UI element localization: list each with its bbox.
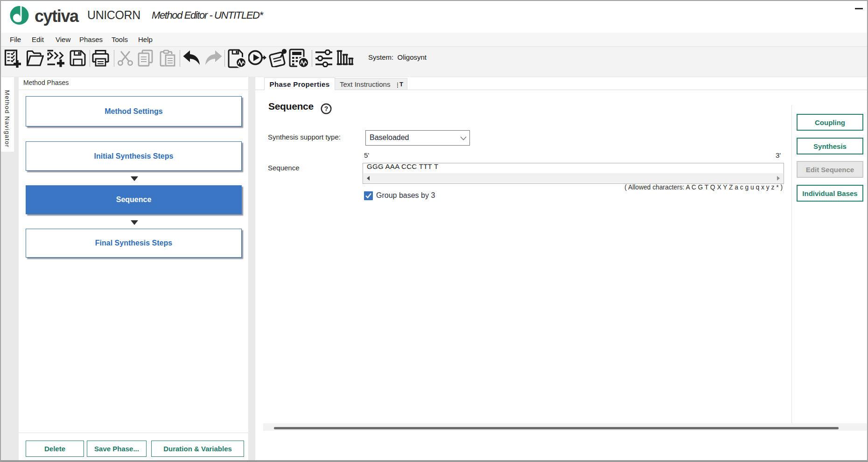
- svg-text:?: ?: [324, 105, 329, 112]
